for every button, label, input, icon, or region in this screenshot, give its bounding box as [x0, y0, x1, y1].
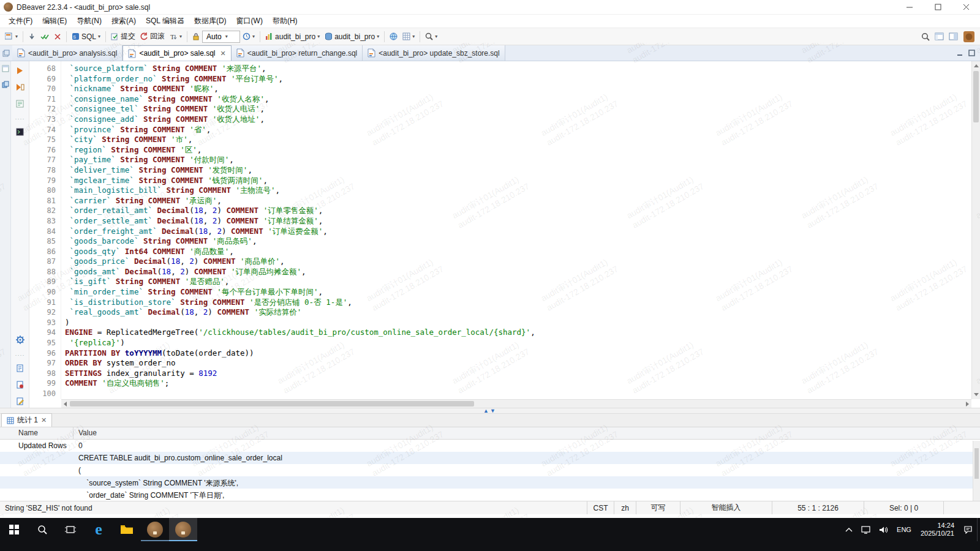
tray-display-icon[interactable] [857, 518, 875, 541]
code-line[interactable]: `consignee_add` String COMMENT '收货人地址', [65, 114, 971, 125]
code-line[interactable]: `goods_qty` Int64 COMMENT '商品数量', [65, 247, 971, 257]
restore-view-icon[interactable] [2, 64, 9, 75]
settings-gear-icon[interactable] [16, 335, 24, 347]
rollback-button[interactable]: 回滚 [138, 30, 167, 43]
language-indicator[interactable]: ENG [892, 518, 916, 541]
code-line[interactable]: `goods_price` Decimal(18, 2) COMMENT '商品… [65, 257, 971, 267]
dbeaver-taskbar-button-1[interactable] [141, 518, 169, 541]
code-line[interactable]: `real_goods_amt` Decimal(18, 2) COMMENT … [65, 307, 971, 318]
taskbar-search-button[interactable] [28, 518, 56, 541]
execute-script-icon[interactable] [16, 83, 24, 94]
code-line[interactable] [65, 389, 971, 399]
status-segment-1[interactable]: zh [614, 501, 636, 514]
code-line[interactable]: ) [65, 318, 971, 328]
transaction-mode-button[interactable]: T ▾ [167, 31, 184, 42]
status-segment-4[interactable]: 55 : 1 : 2126 [772, 501, 864, 514]
dbeaver-taskbar-button-2[interactable] [169, 518, 197, 541]
close-tab-icon[interactable]: ✕ [41, 416, 47, 424]
search-menu-button[interactable]: ▾ [423, 31, 440, 42]
editor-tab-0[interactable]: <audit_bi_pro> analysis.sql [12, 45, 123, 61]
code-line[interactable]: `city` String COMMENT '市', [65, 135, 971, 145]
results-vertical-scrollbar[interactable] [973, 441, 980, 501]
tray-chevron-up-icon[interactable] [841, 518, 857, 541]
edge-browser-button[interactable]: e [85, 518, 113, 541]
column-header-value[interactable]: Value [74, 427, 980, 439]
code-line[interactable]: COMMENT '自定义电商销售'; [65, 378, 971, 389]
projects-view-icon[interactable] [2, 80, 9, 91]
code-line[interactable]: ORDER BY system_order_no [65, 358, 971, 369]
code-line[interactable]: `pay_time` String COMMENT '付款时间', [65, 155, 971, 165]
code-line[interactable]: `mgclear_time` String COMMENT '钱货两清时间', [65, 176, 971, 186]
code-line[interactable]: PARTITION BY toYYYYMM(toDate(order_date)… [65, 348, 971, 359]
result-row-2[interactable]: ( [0, 464, 980, 476]
code-line[interactable]: `province` String COMMENT '省', [65, 125, 971, 135]
edit-script-icon[interactable] [16, 397, 24, 408]
result-row-4[interactable]: `order_date` String COMMENT '下单日期', [0, 489, 980, 501]
menu-item-0[interactable]: 文件(F) [4, 15, 37, 28]
menu-item-1[interactable]: 编辑(E) [37, 15, 72, 28]
vscroll-thumb[interactable] [973, 71, 979, 122]
restore-panel-icon[interactable] [0, 45, 12, 61]
quick-search-button[interactable] [919, 31, 932, 42]
hscroll-thumb[interactable] [70, 401, 474, 407]
editor-horizontal-scrollbar[interactable] [61, 399, 971, 408]
code-line[interactable]: `deliver_time` String COMMENT '发货时间', [65, 165, 971, 176]
taskbar-clock[interactable]: 14:24 2025/10/21 [916, 522, 959, 538]
tray-volume-icon[interactable] [875, 518, 892, 541]
code-line[interactable]: `region` String COMMENT '区', [65, 145, 971, 156]
editor-tab-2[interactable]: <audit_bi_pro> return_change.sql [232, 45, 363, 61]
lock-button[interactable] [190, 31, 202, 42]
sql-code-editor[interactable]: `source_platform` String COMMENT '来源平台',… [61, 61, 971, 399]
code-line[interactable]: `is_distribution_store` String COMMENT '… [65, 298, 971, 308]
code-line[interactable]: '{replica}') [65, 338, 971, 348]
action-center-icon[interactable] [959, 518, 977, 541]
code-line[interactable]: `main_logistic_bill` String COMMENT '主物流… [65, 186, 971, 196]
result-mode-button[interactable]: ▾ [400, 31, 417, 42]
maximize-button[interactable] [924, 0, 952, 14]
code-line[interactable]: `order_freight_amt` Decimal(18, 2) COMME… [65, 227, 971, 237]
code-line[interactable]: `is_gift` String COMMENT '是否赠品', [65, 277, 971, 287]
commit-button[interactable]: 提交 [108, 30, 138, 43]
menu-item-5[interactable]: 数据库(D) [189, 15, 232, 28]
close-tab-icon[interactable]: ✕ [221, 50, 226, 58]
globe-button[interactable] [387, 31, 400, 42]
menu-item-3[interactable]: 搜索(A) [107, 15, 141, 28]
close-button[interactable] [952, 0, 980, 14]
explain-plan-icon[interactable] [16, 99, 24, 110]
task-view-button[interactable] [56, 518, 85, 541]
start-button[interactable] [0, 518, 28, 541]
connection-selector[interactable]: audit_bi_pro ▾ [263, 31, 322, 42]
export-result-icon[interactable] [16, 364, 24, 375]
new-sql-editor-button[interactable]: ▾ [2, 31, 20, 42]
result-row-1[interactable]: CREATE TABLE audit_bi_pro.custom_online_… [0, 452, 980, 464]
status-segment-5[interactable]: Sel: 0 | 0 [864, 501, 943, 514]
fetch-next-button[interactable] [26, 32, 38, 42]
file-explorer-button[interactable] [113, 518, 141, 541]
execute-statement-icon[interactable] [16, 66, 24, 77]
editor-tab-1[interactable]: <audit_bi_pro> sale.sql✕ [123, 45, 231, 61]
code-line[interactable]: SETTINGS index_granularity = 8192 [65, 369, 971, 379]
code-line[interactable]: ENGINE = ReplicatedMergeTree('/clickhous… [65, 328, 971, 338]
code-line[interactable]: `min_order_time` String COMMENT '每个平台订单最… [65, 287, 971, 298]
code-line[interactable]: `goods_amt` Decimal(18, 2) COMMENT '订单商品… [65, 267, 971, 277]
sql-menu-button[interactable]: S SQL ▾ [69, 31, 103, 42]
menu-item-7[interactable]: 帮助(H) [268, 15, 303, 28]
editor-tab-3[interactable]: <audit_bi_pro> update_sbz_store.sql [363, 45, 505, 61]
splitter-collapse-icon[interactable]: ▲▼ [483, 408, 497, 414]
code-line[interactable]: `nickname` String COMMENT '昵称', [65, 84, 971, 94]
code-line[interactable]: `order_settle_amt` Decimal(18, 2) COMMEN… [65, 216, 971, 227]
layout-button[interactable] [946, 31, 960, 42]
code-line[interactable]: `consignee_tel` String COMMENT '收货人电话', [65, 104, 971, 114]
maximize-editor-icon[interactable] [968, 48, 975, 59]
open-console-icon[interactable] [16, 127, 24, 138]
result-row-3[interactable]: `source_system` String COMMENT '来源系统', [0, 476, 980, 489]
code-line[interactable]: `carrier` String COMMENT '承运商', [65, 196, 971, 206]
menu-item-2[interactable]: 导航(N) [72, 15, 107, 28]
menu-item-4[interactable]: SQL 编辑器 [141, 15, 189, 28]
status-segment-0[interactable]: CST [587, 501, 614, 514]
status-segment-2[interactable]: 可写 [636, 501, 680, 514]
cancel-execution-button[interactable] [51, 32, 64, 42]
editor-results-splitter[interactable]: ▲▼ [0, 408, 980, 414]
minimize-editor-icon[interactable] [957, 48, 963, 59]
commit-mode-combo[interactable]: Auto ▾ [202, 31, 240, 43]
